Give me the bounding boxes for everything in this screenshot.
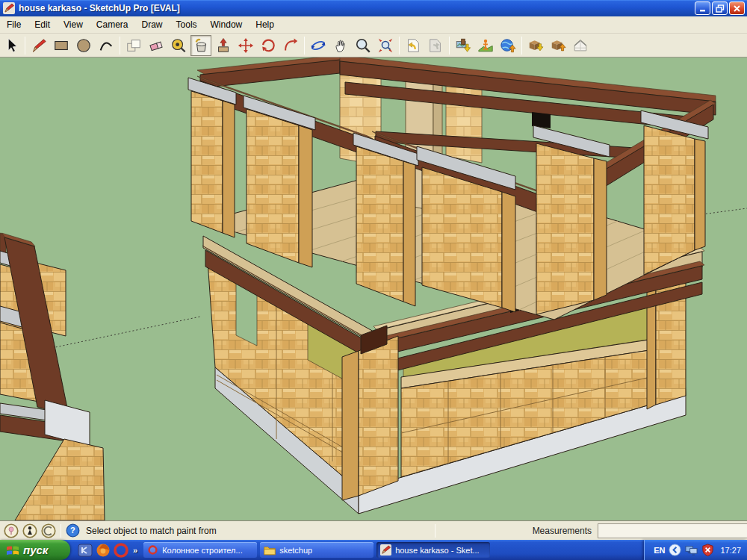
menu-tools[interactable]: Tools [170,17,204,32]
toolbar-separator [521,37,522,55]
measurements-field[interactable] [598,523,747,538]
zoom-tool-button[interactable] [353,35,374,56]
get-models-button[interactable] [525,35,546,56]
toggle-terrain-button[interactable] [475,35,496,56]
offset-icon [282,37,299,54]
warehouse-house-button[interactable] [570,35,591,56]
status-hint-text: Select object to match paint from [86,526,217,536]
house-icon [572,37,589,54]
svg-text:?: ? [70,526,75,535]
hide-icons-chevron[interactable] [669,544,681,556]
sketchup-app-icon [3,2,15,14]
pan-tool-button[interactable] [330,35,351,56]
circle-icon [75,37,92,54]
google-earth-globe-icon [500,37,516,54]
get-current-view-button[interactable] [453,35,474,56]
menu-help[interactable]: Help [249,17,281,32]
network-icon[interactable] [685,544,698,556]
pencil-icon [31,37,47,54]
attribution-icon[interactable] [22,523,37,538]
folder-icon [264,545,276,556]
task-label: Колонное строител... [162,546,243,555]
get-current-view-icon [455,37,471,54]
restore-icon [716,4,725,13]
push-pull-icon [215,37,232,54]
rectangle-tool-button[interactable] [51,35,72,56]
menu-window[interactable]: Window [204,17,249,32]
minimize-button[interactable] [695,1,710,15]
offset-tool-button[interactable] [280,35,301,56]
quicklaunch-more-chevron[interactable]: » [133,546,137,555]
eraser-tool-button[interactable] [146,35,167,56]
toolbar-separator [25,37,25,55]
toolbar-separator [449,37,450,55]
task-button-opera-page[interactable]: Колонное строител... [143,542,257,558]
zoom-extents-button[interactable] [375,35,396,56]
toolbar-separator [304,37,305,55]
toolbar [0,34,747,57]
rotate-tool-button[interactable] [258,35,279,56]
paint-bucket-button[interactable] [190,35,211,56]
previous-view-button[interactable] [403,35,424,56]
system-tray: EN 17:27 [644,540,747,560]
tape-measure-button[interactable] [168,35,189,56]
help-icon[interactable]: ? [66,523,80,538]
push-pull-button[interactable] [213,35,234,56]
pan-hand-icon [332,37,349,54]
orbit-tool-button[interactable] [308,35,329,56]
language-indicator[interactable]: EN [654,546,665,555]
rectangle-icon [53,37,69,54]
get-models-icon [527,37,544,54]
orbit-icon [310,37,326,54]
menu-file[interactable]: File [0,17,28,32]
toolbar-separator [120,37,120,55]
task-button-sketchup-folder[interactable]: sketchup [260,542,374,558]
close-icon [733,4,741,13]
select-tool-button[interactable] [1,35,22,56]
menu-view[interactable]: View [57,17,90,32]
measurements-label: Measurements [533,526,592,536]
viewport-3d[interactable]: .ol{stroke:#2a2016;stroke-width:1;stroke… [0,57,747,520]
share-model-icon [550,37,566,54]
windows-logo-icon [6,544,19,556]
start-label: пуск [23,544,48,556]
menu-camera[interactable]: Camera [90,17,135,32]
sketchup-task-icon [380,544,391,556]
minimize-icon [698,4,707,12]
circle-tool-button[interactable] [73,35,94,56]
make-component-button[interactable] [123,35,144,56]
start-button[interactable]: пуск [0,540,70,560]
eraser-icon [148,37,164,54]
media-player-icon[interactable] [78,543,93,558]
paint-bucket-icon [193,37,209,54]
next-view-button[interactable] [425,35,446,56]
rotate-icon [260,37,276,54]
clock[interactable]: 17:27 [720,546,741,555]
move-icon [238,37,254,54]
security-alert-icon[interactable] [701,544,714,556]
title-bar[interactable]: house karkaso - SketchUp Pro [EVAL] [0,0,747,16]
close-button[interactable] [729,1,745,15]
menu-bar: File Edit View Camera Draw Tools Window … [0,16,747,34]
google-earth-button[interactable] [498,35,518,56]
move-tool-button[interactable] [235,35,256,56]
sketchup-window: house karkaso - SketchUp Pro [EVAL] File… [0,0,747,560]
menu-draw[interactable]: Draw [135,17,170,32]
toggle-terrain-icon [477,37,494,54]
statusbar-separator [435,524,436,538]
arc-tool-button[interactable] [96,35,117,56]
credit-icon[interactable] [41,523,56,538]
previous-view-icon [405,37,421,54]
menu-edit[interactable]: Edit [28,17,57,32]
arc-icon [98,37,114,54]
restore-button[interactable] [712,1,728,15]
share-model-button[interactable] [548,35,568,56]
taskbar: пуск » Колонное строител... [0,540,747,560]
firefox-icon[interactable] [96,543,111,558]
task-button-house-karkaso[interactable]: house karkaso - Sket... [376,542,490,558]
opera-icon[interactable] [114,543,128,558]
line-tool-button[interactable] [28,35,49,56]
magnifier-icon [355,37,371,54]
geolocation-icon[interactable] [4,523,19,538]
toolbar-separator [399,37,400,55]
